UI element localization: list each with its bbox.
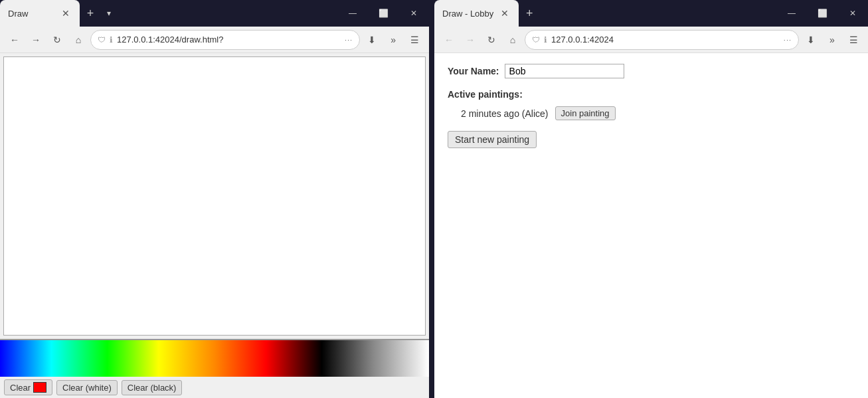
clear-label: Clear — [10, 383, 31, 393]
right-title-bar: Draw - Lobby ✕ + — ⬜ ✕ — [434, 0, 868, 27]
right-home-button[interactable]: ⌂ — [503, 31, 522, 49]
right-maximize-button[interactable]: ⬜ — [807, 0, 837, 27]
right-tab-title: Draw - Lobby — [442, 9, 493, 19]
clear-buttons-row: Clear Clear (white) Clear (black) — [0, 377, 429, 398]
left-url-more-icon[interactable]: ··· — [345, 36, 353, 44]
left-address-bar[interactable]: 🛡 ℹ ··· — [90, 30, 360, 50]
left-url-input[interactable] — [117, 35, 341, 45]
left-window-controls: — ⬜ ✕ — [337, 0, 429, 27]
left-info-icon[interactable]: ℹ — [110, 35, 113, 45]
join-painting-button[interactable]: Join painting — [555, 106, 616, 120]
name-input[interactable] — [505, 64, 624, 78]
right-url-input[interactable] — [551, 35, 780, 45]
list-item: 2 minutes ago (Alice) Join painting — [461, 106, 855, 120]
browser-divider — [429, 0, 434, 398]
right-close-button[interactable]: ✕ — [837, 0, 868, 27]
right-extend-button[interactable]: » — [823, 31, 841, 49]
draw-bottom-panel: Clear Clear (white) Clear (black) — [0, 339, 429, 398]
clear-button[interactable]: Clear — [4, 379, 52, 395]
left-nav-bar: ← → ↻ ⌂ 🛡 ℹ ··· ⬇ » ☰ — [0, 27, 429, 53]
right-browser: Draw - Lobby ✕ + — ⬜ ✕ ← → ↻ ⌂ 🛡 ℹ ··· ⬇… — [434, 0, 868, 398]
left-minimize-button[interactable]: — — [337, 0, 368, 27]
name-label: Your Name: — [448, 66, 499, 76]
right-address-bar[interactable]: 🛡 ℹ ··· — [525, 30, 799, 50]
left-shield-icon: 🛡 — [98, 35, 106, 45]
left-close-button[interactable]: ✕ — [398, 0, 429, 27]
left-new-tab-button[interactable]: + — [80, 0, 101, 27]
clear-white-button[interactable]: Clear (white) — [56, 380, 118, 395]
right-back-button[interactable]: ← — [440, 31, 458, 49]
left-tab-title: Draw — [8, 9, 54, 19]
right-minimize-button[interactable]: — — [776, 0, 807, 27]
color-gradient[interactable] — [0, 340, 429, 377]
right-download-button[interactable]: ⬇ — [802, 31, 820, 49]
draw-canvas[interactable] — [3, 56, 426, 336]
clear-black-label: Clear (black) — [128, 383, 177, 393]
left-active-tab[interactable]: Draw ✕ — [0, 0, 80, 27]
left-download-button[interactable]: ⬇ — [363, 31, 381, 49]
color-bar[interactable] — [0, 340, 429, 377]
painting-info: 2 minutes ago (Alice) — [461, 108, 549, 119]
clear-white-label: Clear (white) — [62, 383, 112, 393]
left-tab-close-icon[interactable]: ✕ — [60, 7, 72, 19]
right-menu-button[interactable]: ☰ — [844, 31, 863, 49]
color-swatch[interactable] — [33, 382, 46, 393]
right-nav-bar: ← → ↻ ⌂ 🛡 ℹ ··· ⬇ » ☰ — [434, 27, 868, 53]
right-info-icon[interactable]: ℹ — [544, 35, 547, 45]
paintings-list: 2 minutes ago (Alice) Join painting — [461, 106, 855, 120]
right-url-more-icon[interactable]: ··· — [784, 36, 792, 44]
name-row: Your Name: — [448, 64, 855, 78]
left-refresh-button[interactable]: ↻ — [48, 31, 66, 49]
left-maximize-button[interactable]: ⬜ — [368, 0, 398, 27]
left-forward-button[interactable]: → — [27, 31, 45, 49]
left-menu-button[interactable]: ☰ — [405, 31, 424, 49]
right-window-controls: — ⬜ ✕ — [776, 0, 868, 27]
left-extend-button[interactable]: » — [384, 31, 402, 49]
clear-black-button[interactable]: Clear (black) — [122, 380, 183, 395]
right-shield-icon: 🛡 — [532, 35, 540, 45]
right-new-tab-button[interactable]: + — [519, 0, 540, 27]
left-page-content: Clear Clear (white) Clear (black) — [0, 53, 429, 398]
left-title-bar: Draw ✕ + ▾ — ⬜ ✕ — [0, 0, 429, 27]
right-tab-close-icon[interactable]: ✕ — [499, 7, 511, 19]
start-new-painting-button[interactable]: Start new painting — [448, 131, 537, 148]
left-home-button[interactable]: ⌂ — [69, 31, 88, 49]
active-paintings-label: Active paintings: — [448, 89, 855, 100]
right-active-tab[interactable]: Draw - Lobby ✕ — [434, 0, 519, 27]
lobby-page-content: Your Name: Active paintings: 2 minutes a… — [434, 53, 868, 398]
left-back-button[interactable]: ← — [5, 31, 24, 49]
right-forward-button[interactable]: → — [461, 31, 479, 49]
left-tab-dropdown-icon[interactable]: ▾ — [101, 0, 117, 27]
left-browser: Draw ✕ + ▾ — ⬜ ✕ ← → ↻ ⌂ 🛡 ℹ ··· ⬇ » ☰ — [0, 0, 429, 398]
right-refresh-button[interactable]: ↻ — [482, 31, 501, 49]
